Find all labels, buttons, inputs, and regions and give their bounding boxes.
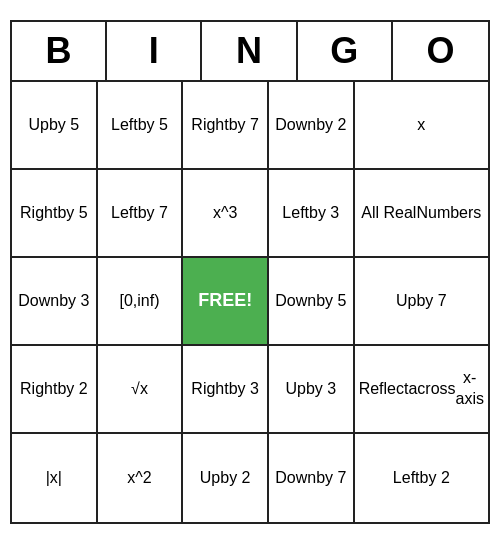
bingo-cell-7: x^3 xyxy=(183,170,269,258)
header-cell-n: N xyxy=(202,22,297,80)
header-cell-g: G xyxy=(298,22,393,80)
cell-text-19-1: across xyxy=(408,379,455,400)
bingo-cell-5: Rightby 5 xyxy=(12,170,98,258)
cell-text-5-0: Right xyxy=(20,203,57,224)
cell-text-21-0: x^2 xyxy=(127,468,151,489)
bingo-cell-6: Leftby 7 xyxy=(98,170,184,258)
cell-text-15-1: by 2 xyxy=(57,379,87,400)
bingo-cell-10: Downby 3 xyxy=(12,258,98,346)
cell-text-23-0: Down xyxy=(275,468,316,489)
bingo-cell-23: Downby 7 xyxy=(269,434,355,522)
bingo-cell-17: Rightby 3 xyxy=(183,346,269,434)
cell-text-11-0: [0, xyxy=(119,291,137,312)
cell-text-13-1: by 5 xyxy=(316,291,346,312)
bingo-cell-24: Leftby 2 xyxy=(355,434,488,522)
bingo-grid: Upby 5Leftby 5Rightby 7Downby 2xRightby … xyxy=(12,82,488,522)
bingo-cell-18: Upby 3 xyxy=(269,346,355,434)
bingo-cell-1: Leftby 5 xyxy=(98,82,184,170)
cell-text-3-1: by 2 xyxy=(316,115,346,136)
cell-text-12-0: FREE! xyxy=(198,289,252,312)
cell-text-9-1: Numbers xyxy=(416,203,481,224)
bingo-cell-22: Upby 2 xyxy=(183,434,269,522)
bingo-cell-21: x^2 xyxy=(98,434,184,522)
cell-text-18-0: Up xyxy=(285,379,305,400)
bingo-cell-3: Downby 2 xyxy=(269,82,355,170)
bingo-cell-14: Upby 7 xyxy=(355,258,488,346)
bingo-cell-12: FREE! xyxy=(183,258,269,346)
cell-text-5-1: by 5 xyxy=(57,203,87,224)
cell-text-22-1: by 2 xyxy=(220,468,250,489)
cell-text-0-1: by 5 xyxy=(49,115,79,136)
cell-text-17-0: Right xyxy=(191,379,228,400)
cell-text-24-1: by 2 xyxy=(420,468,450,489)
cell-text-3-0: Down xyxy=(275,115,316,136)
bingo-cell-0: Upby 5 xyxy=(12,82,98,170)
cell-text-1-1: by 5 xyxy=(138,115,168,136)
cell-text-6-0: Left xyxy=(111,203,138,224)
cell-text-22-0: Up xyxy=(200,468,220,489)
cell-text-13-0: Down xyxy=(275,291,316,312)
cell-text-24-0: Left xyxy=(393,468,420,489)
cell-text-19-0: Reflect xyxy=(359,379,409,400)
cell-text-17-1: by 3 xyxy=(229,379,259,400)
header-cell-o: O xyxy=(393,22,488,80)
cell-text-6-1: by 7 xyxy=(138,203,168,224)
bingo-cell-11: [0,inf) xyxy=(98,258,184,346)
bingo-cell-16: √x xyxy=(98,346,184,434)
cell-text-9-0: All Real xyxy=(361,203,416,224)
cell-text-7-0: x^3 xyxy=(213,203,237,224)
bingo-cell-4: x xyxy=(355,82,488,170)
cell-text-8-0: Left xyxy=(282,203,309,224)
bingo-cell-8: Leftby 3 xyxy=(269,170,355,258)
cell-text-2-1: by 7 xyxy=(229,115,259,136)
bingo-cell-9: All RealNumbers xyxy=(355,170,488,258)
bingo-cell-15: Rightby 2 xyxy=(12,346,98,434)
bingo-cell-20: |x| xyxy=(12,434,98,522)
cell-text-19-2: x-axis xyxy=(456,368,484,410)
cell-text-10-1: by 3 xyxy=(59,291,89,312)
cell-text-10-0: Down xyxy=(18,291,59,312)
cell-text-11-1: inf) xyxy=(137,291,159,312)
cell-text-20-0: |x| xyxy=(46,468,62,489)
cell-text-18-1: by 3 xyxy=(306,379,336,400)
cell-text-2-0: Right xyxy=(191,115,228,136)
cell-text-1-0: Left xyxy=(111,115,138,136)
bingo-card: BINGO Upby 5Leftby 5Rightby 7Downby 2xRi… xyxy=(10,20,490,524)
bingo-cell-13: Downby 5 xyxy=(269,258,355,346)
bingo-header: BINGO xyxy=(12,22,488,82)
cell-text-8-1: by 3 xyxy=(309,203,339,224)
cell-text-16-0: √x xyxy=(131,379,148,400)
cell-text-15-0: Right xyxy=(20,379,57,400)
header-cell-b: B xyxy=(12,22,107,80)
cell-text-0-0: Up xyxy=(28,115,48,136)
header-cell-i: I xyxy=(107,22,202,80)
cell-text-4-0: x xyxy=(417,115,425,136)
bingo-cell-2: Rightby 7 xyxy=(183,82,269,170)
cell-text-14-0: Up xyxy=(396,291,416,312)
cell-text-23-1: by 7 xyxy=(316,468,346,489)
cell-text-14-1: by 7 xyxy=(416,291,446,312)
bingo-cell-19: Reflectacrossx-axis xyxy=(355,346,488,434)
